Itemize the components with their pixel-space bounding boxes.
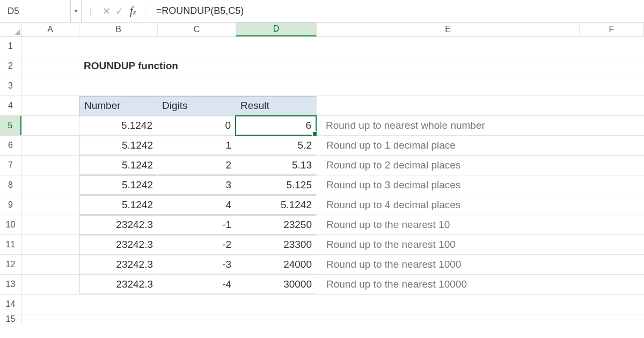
cell-A8[interactable] [21, 175, 79, 195]
cell-A15[interactable] [21, 314, 79, 324]
formula-input[interactable] [150, 0, 644, 22]
cell-F12[interactable] [580, 255, 644, 274]
cell-E9[interactable]: Round up to 4 decimal places [317, 195, 580, 215]
cancel-formula-icon[interactable]: ✕ [100, 5, 113, 17]
cell-D12[interactable]: 24000 [236, 255, 317, 274]
cell-A7[interactable] [21, 156, 79, 175]
cell-A11[interactable] [21, 235, 79, 254]
cell-B5[interactable]: 5.1242 [79, 116, 157, 135]
row-header-4[interactable]: 4 [0, 96, 21, 115]
cell-B11[interactable]: 23242.3 [79, 235, 158, 254]
cell-C12[interactable]: -3 [158, 255, 236, 274]
name-box-dropdown-icon[interactable]: ▾ [71, 0, 82, 22]
cell-D1[interactable] [236, 36, 317, 56]
cell-A5[interactable] [21, 116, 79, 135]
cell-A12[interactable] [21, 255, 79, 274]
col-header-E[interactable]: E [317, 23, 580, 36]
cell-C7[interactable]: 2 [158, 156, 236, 175]
cell-F1[interactable] [580, 36, 644, 56]
row-header-8[interactable]: 8 [0, 175, 21, 195]
cell-E3[interactable] [317, 76, 580, 95]
cell-C15[interactable] [158, 314, 236, 324]
cell-E2[interactable] [317, 56, 580, 76]
cell-E8[interactable]: Round up to 3 decimal places [317, 175, 580, 195]
col-header-A[interactable]: A [21, 23, 79, 36]
cell-E12[interactable]: Round up to the nearest 1000 [317, 255, 580, 274]
cell-E7[interactable]: Round up to 2 decimal places [317, 156, 580, 175]
cell-A4[interactable] [21, 96, 79, 115]
cell-E5[interactable]: Round up to nearest whole number [316, 116, 579, 135]
row-header-9[interactable]: 9 [0, 195, 21, 215]
cell-A13[interactable] [21, 275, 79, 294]
cell-E1[interactable] [317, 36, 580, 56]
cell-B15[interactable] [79, 314, 158, 324]
cell-F7[interactable] [580, 156, 644, 175]
row-header-2[interactable]: 2 [0, 56, 21, 76]
cell-F9[interactable] [580, 195, 644, 215]
cell-D11[interactable]: 23300 [236, 235, 317, 254]
cell-F2[interactable] [580, 56, 644, 76]
cell-F11[interactable] [580, 235, 644, 254]
cell-A2[interactable] [21, 56, 79, 76]
cell-B6[interactable]: 5.1242 [79, 136, 158, 155]
row-header-14[interactable]: 14 [0, 295, 21, 314]
fx-icon[interactable]: fx [130, 5, 136, 17]
select-all-corner[interactable] [0, 23, 21, 36]
row-header-3[interactable]: 3 [0, 76, 21, 95]
row-header-1[interactable]: 1 [0, 36, 21, 56]
row-header-10[interactable]: 10 [0, 215, 21, 234]
cell-A6[interactable] [21, 136, 79, 155]
cell-F4[interactable] [580, 96, 644, 115]
cell-F8[interactable] [580, 175, 644, 195]
cell-B14[interactable] [79, 295, 158, 314]
cell-D6[interactable]: 5.2 [236, 136, 317, 155]
cell-B8[interactable]: 5.1242 [79, 175, 158, 195]
cell-D10[interactable]: 23250 [236, 215, 317, 234]
cell-C13[interactable]: -4 [158, 275, 236, 294]
cell-E15[interactable] [317, 314, 580, 324]
cell-F3[interactable] [580, 76, 644, 95]
cell-D7[interactable]: 5.13 [236, 156, 317, 175]
cell-D2[interactable] [236, 56, 317, 76]
cell-C14[interactable] [158, 295, 236, 314]
cell-E13[interactable]: Round up to the nearest 10000 [317, 275, 580, 294]
cell-F10[interactable] [580, 215, 644, 234]
row-header-11[interactable]: 11 [0, 235, 21, 254]
cell-A1[interactable] [21, 36, 79, 56]
col-header-D[interactable]: D [236, 23, 317, 36]
spreadsheet-grid[interactable]: A B C D E F 1 2 ROUNDUP function [0, 23, 644, 324]
cell-B3[interactable] [79, 76, 158, 95]
cell-F5[interactable] [579, 116, 643, 135]
name-box[interactable]: D5 [0, 0, 71, 22]
cell-C4[interactable]: Digits [158, 96, 236, 115]
row-header-7[interactable]: 7 [0, 156, 21, 175]
cell-B7[interactable]: 5.1242 [79, 156, 158, 175]
cell-D4[interactable]: Result [236, 96, 317, 115]
row-header-5[interactable]: 5 [0, 116, 21, 135]
cell-B1[interactable] [79, 36, 158, 56]
cell-D13[interactable]: 30000 [236, 275, 317, 294]
cell-C1[interactable] [158, 36, 236, 56]
cell-C8[interactable]: 3 [158, 175, 236, 195]
cell-B4[interactable]: Number [79, 96, 158, 115]
accept-formula-icon[interactable]: ✓ [113, 5, 126, 17]
cell-F6[interactable] [580, 136, 644, 155]
row-header-15[interactable]: 15 [0, 314, 21, 324]
col-header-B[interactable]: B [79, 23, 158, 36]
cell-E10[interactable]: Round up to the nearest 10 [317, 215, 580, 234]
cell-C10[interactable]: -1 [158, 215, 236, 234]
cell-A3[interactable] [21, 76, 79, 95]
row-header-13[interactable]: 13 [0, 275, 21, 294]
cell-E14[interactable] [317, 295, 580, 314]
cell-D14[interactable] [236, 295, 317, 314]
cell-B13[interactable]: 23242.3 [79, 275, 158, 294]
cell-A14[interactable] [21, 295, 79, 314]
cell-C11[interactable]: -2 [158, 235, 236, 254]
cell-C9[interactable]: 4 [158, 195, 236, 215]
row-header-12[interactable]: 12 [0, 255, 21, 274]
cell-E6[interactable]: Round up to 1 decimal place [317, 136, 580, 155]
cell-B10[interactable]: 23242.3 [79, 215, 158, 234]
cell-C5[interactable]: 0 [157, 116, 236, 135]
cell-D5[interactable]: 6 [236, 116, 316, 135]
cell-C6[interactable]: 1 [158, 136, 236, 155]
